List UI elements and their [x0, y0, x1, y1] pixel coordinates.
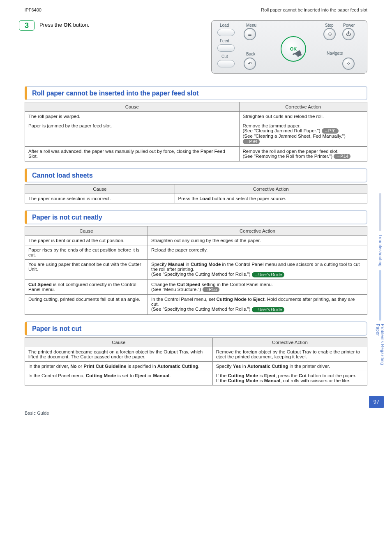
- cause-cell: Cut Speed is not configured correctly in…: [25, 279, 148, 294]
- page-ref-pill[interactable]: →P.91: [322, 128, 339, 134]
- side-tab-troubleshooting: Troubleshooting: [378, 234, 383, 267]
- cause-cell: After a roll was advanced, the paper was…: [25, 146, 240, 161]
- col-action: Corrective Action: [239, 102, 367, 112]
- cause-cell: During cutting, printed documents fall o…: [25, 295, 148, 314]
- action-cell: In the Control Panel menu, set Cutting M…: [148, 295, 367, 314]
- table-row: The roll paper is warped.Straighten out …: [25, 112, 367, 121]
- action-cell: Remove the jammed paper.(See "Clearing J…: [239, 121, 367, 147]
- navigate-button-graphic: ✧: [342, 58, 355, 70]
- label-power: Power: [343, 23, 355, 28]
- col-cause: Cause: [25, 337, 213, 347]
- cause-cell: In the Control Panel menu, Cutting Mode …: [25, 371, 213, 385]
- guide-ref-pill[interactable]: →User's Guide: [252, 307, 285, 312]
- step-number-badge: 3: [19, 20, 35, 31]
- cause-cell: The paper is bent or curled at the cut p…: [25, 236, 148, 245]
- table-row: The paper is bent or curled at the cut p…: [25, 236, 367, 245]
- section-heading: Paper is not cut: [25, 321, 367, 336]
- table-row: During cutting, printed documents fall o…: [25, 295, 367, 314]
- action-cell: Remove the roll and open the paper feed …: [239, 146, 367, 161]
- action-cell: Press the Load button and select the pap…: [175, 194, 367, 203]
- side-rail: Troubleshooting Problems Regarding Paper: [374, 193, 386, 366]
- footer-rule: [25, 407, 367, 407]
- troubleshooting-table: CauseCorrective ActionThe roll paper is …: [25, 102, 367, 162]
- table-row: After a roll was advanced, the paper was…: [25, 146, 367, 161]
- control-panel-illustration: Load Feed Cut Menu ≣ Back ↶ OK ☚ Stop ⦵ …: [211, 20, 367, 74]
- troubleshooting-table: CauseCorrective ActionThe paper source s…: [25, 184, 367, 203]
- section-heading: Roll paper cannot be inserted into the p…: [25, 86, 367, 100]
- load-button-graphic: [217, 29, 235, 36]
- table-row: The printed document became caught on a …: [25, 347, 367, 361]
- action-cell: Reload the paper correctly.: [148, 245, 367, 260]
- table-row: In the printer driver, No or Print Cut G…: [25, 361, 367, 371]
- cause-cell: In the printer driver, No or Print Cut G…: [25, 361, 213, 371]
- action-cell: Straighten out any curling by the edges …: [148, 236, 367, 245]
- table-row: You are using paper that cannot be cut w…: [25, 260, 367, 279]
- label-feed: Feed: [220, 39, 229, 43]
- table-row: Paper rises by the ends of the cut posit…: [25, 245, 367, 260]
- section-title: Paper is not cut neatly: [32, 214, 362, 221]
- feed-button-graphic: [217, 44, 235, 52]
- section-title: Paper is not cut: [32, 325, 362, 332]
- model-name: iPF6400: [25, 7, 42, 12]
- menu-button-graphic: ≣: [244, 28, 256, 40]
- action-cell: If the Cutting Mode is Eject, press the …: [212, 371, 367, 385]
- page-ref-pill[interactable]: →P.14: [334, 154, 350, 159]
- label-load: Load: [220, 23, 229, 28]
- col-action: Corrective Action: [175, 185, 367, 194]
- label-cut: Cut: [221, 54, 228, 59]
- col-action: Corrective Action: [148, 226, 367, 236]
- section-title: Cannot load sheets: [32, 172, 362, 179]
- page-ref-pill[interactable]: →P.94: [243, 139, 260, 144]
- stop-button-graphic: ⦵: [323, 28, 336, 40]
- troubleshooting-table: CauseCorrective ActionThe paper is bent …: [25, 226, 367, 314]
- section-heading: Paper is not cut neatly: [25, 210, 367, 224]
- page-number: 97: [369, 396, 384, 408]
- action-cell: Specify Manual in Cutting Mode in the Co…: [148, 260, 367, 279]
- cause-cell: The printed document became caught on a …: [25, 347, 213, 361]
- troubleshooting-table: CauseCorrective ActionThe printed docume…: [25, 337, 367, 385]
- back-button-graphic: ↶: [244, 58, 256, 70]
- label-menu: Menu: [246, 23, 256, 28]
- rail-segment: [379, 270, 381, 321]
- guide-ref-pill[interactable]: →User's Guide: [252, 272, 285, 277]
- step-suffix: button.: [71, 22, 89, 28]
- cause-cell: The paper source selection is incorrect.: [25, 194, 175, 203]
- col-action: Corrective Action: [212, 337, 367, 347]
- step-instruction: Press the OK button.: [39, 20, 89, 28]
- table-row: The paper source selection is incorrect.…: [25, 194, 367, 203]
- cause-cell: Paper rises by the ends of the cut posit…: [25, 245, 148, 260]
- table-row: Cut Speed is not configured correctly in…: [25, 279, 367, 294]
- label-stop: Stop: [325, 23, 334, 28]
- step-prefix: Press the: [39, 22, 64, 28]
- step-button-name: OK: [64, 22, 72, 28]
- action-cell: Straighten out curls and reload the roll…: [239, 112, 367, 121]
- table-row: Paper is jammed by the paper feed slot.R…: [25, 121, 367, 147]
- section-title: Roll paper cannot be inserted into the p…: [32, 90, 362, 97]
- label-navigate: Navigate: [327, 51, 343, 55]
- header-rule: [25, 15, 367, 15]
- power-button-graphic: ⏻: [342, 28, 355, 40]
- page-ref-pill[interactable]: →P.55: [203, 287, 219, 292]
- action-cell: Remove the foreign object by the Output …: [212, 347, 367, 361]
- footer-guide-name: Basic Guide: [25, 411, 367, 416]
- col-cause: Cause: [25, 102, 240, 112]
- section-heading: Cannot load sheets: [25, 168, 367, 182]
- action-cell: Change the Cut Speed setting in the Cont…: [148, 279, 367, 294]
- page-topic: Roll paper cannot be inserted into the p…: [261, 7, 367, 12]
- cause-cell: You are using paper that cannot be cut w…: [25, 260, 148, 279]
- action-cell: Specify Yes in Automatic Cutting in the …: [212, 361, 367, 371]
- cause-cell: Paper is jammed by the paper feed slot.: [25, 121, 240, 147]
- rail-segment: [379, 193, 381, 231]
- table-row: In the Control Panel menu, Cutting Mode …: [25, 371, 367, 385]
- label-back: Back: [246, 52, 255, 56]
- side-tab-problems-paper: Problems Regarding Paper: [376, 324, 385, 366]
- col-cause: Cause: [25, 185, 175, 194]
- cause-cell: The roll paper is warped.: [25, 112, 240, 121]
- cut-button-graphic: [217, 60, 235, 67]
- col-cause: Cause: [25, 226, 148, 236]
